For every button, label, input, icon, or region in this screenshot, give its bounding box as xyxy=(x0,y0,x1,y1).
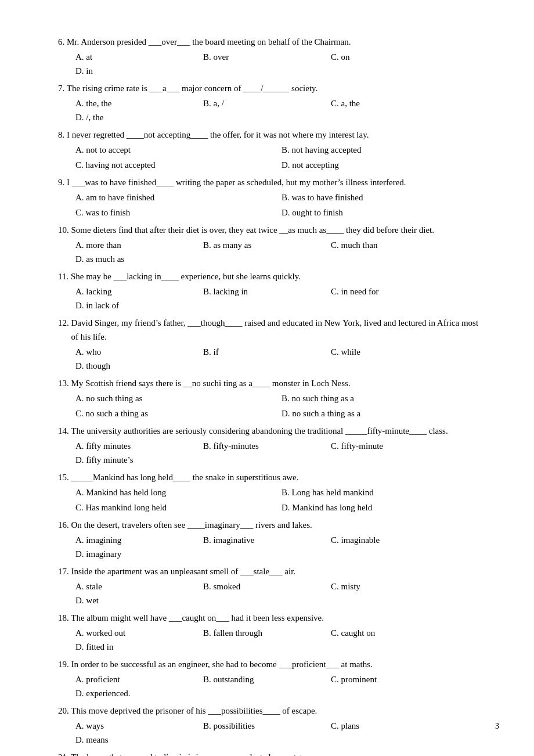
option-item: D. experienced. xyxy=(75,686,203,700)
options-row: A. imaginingB. imaginativeC. imaginableD… xyxy=(58,533,488,561)
option-item: B. over xyxy=(203,50,331,64)
question-block: 16. On the desert, travelers often see _… xyxy=(58,518,488,561)
question-text: 9. I ___was to have finished____ writing… xyxy=(58,175,488,189)
option-item: B. lacking in xyxy=(203,285,331,298)
option-item: B. as many as xyxy=(203,238,331,252)
option-item: B. a, / xyxy=(203,96,331,110)
page-number: 3 xyxy=(495,720,499,733)
question-text: 17. Inside the apartment was an unpleasa… xyxy=(58,564,488,578)
option-item: C. in need for xyxy=(331,285,459,298)
question-text: 15. _____Mankind has long held____ the s… xyxy=(58,470,488,484)
option-item: A. fifty minutes xyxy=(75,439,203,453)
option-item: B. outstanding xyxy=(203,672,331,686)
option-item: C. having not accepted xyxy=(75,158,282,172)
option-item: A. am to have finished xyxy=(75,190,282,204)
options-row: C. Has mankind long heldD. Mankind has l… xyxy=(58,501,488,514)
option-item: A. ways xyxy=(75,719,203,733)
option-item: B. imaginative xyxy=(203,533,331,547)
option-item: A. stale xyxy=(75,579,203,593)
option-item: C. plans xyxy=(331,719,459,733)
options-row: A. am to have finishedB. was to have fin… xyxy=(58,190,488,204)
option-item: C. prominent xyxy=(331,672,459,686)
question-text: 8. I never regretted ____not accepting__… xyxy=(58,128,488,142)
option-item: C. a, the xyxy=(331,96,459,110)
question-block: 18. The album might well have ___caught … xyxy=(58,611,488,654)
options-row: A. fifty minutesB. fifty-minutesC. fifty… xyxy=(58,439,488,467)
option-item: C. no such a thing as xyxy=(75,406,282,420)
option-item: C. fifty-minute xyxy=(331,439,459,453)
question-block: 17. Inside the apartment was an unpleasa… xyxy=(58,564,488,607)
question-block: 15. _____Mankind has long held____ the s… xyxy=(58,470,488,514)
question-block: 11. She may be ___lacking in____ experie… xyxy=(58,269,488,312)
question-text: 16. On the desert, travelers often see _… xyxy=(58,518,488,532)
option-item: D. /, the xyxy=(75,110,203,124)
options-row: A. atB. overC. onD. in xyxy=(58,50,488,78)
option-item: D. Mankind has long held xyxy=(282,501,488,514)
options-row: A. not to acceptB. not having accepted xyxy=(58,143,488,157)
option-item: B. fallen through xyxy=(203,626,331,640)
options-row: A. Mankind has held longB. Long has held… xyxy=(58,485,488,499)
question-text: 12. David Singer, my friend’s father, __… xyxy=(58,316,488,344)
option-item: D. in xyxy=(75,64,203,78)
option-item: D. though xyxy=(75,359,203,373)
question-block: 14. The university authorities are serio… xyxy=(58,424,488,467)
question-text: 13. My Scottish friend says there is __n… xyxy=(58,376,488,390)
option-item: C. while xyxy=(331,345,459,359)
question-text: 21. The house that we used to live in is… xyxy=(58,750,488,756)
option-item: A. lacking xyxy=(75,285,203,298)
options-row: C. having not acceptedD. not accepting xyxy=(58,158,488,172)
option-item: B. smoked xyxy=(203,579,331,593)
option-item: C. much than xyxy=(331,238,459,252)
option-item: B. Long has held mankind xyxy=(282,485,488,499)
option-item: B. not having accepted xyxy=(282,143,488,157)
options-row: C. no such a thing asD. no such a thing … xyxy=(58,406,488,420)
options-row: C. was to finishD. ought to finish xyxy=(58,206,488,219)
question-block: 7. The rising crime rate is ___a___ majo… xyxy=(58,81,488,124)
option-item: D. not accepting xyxy=(282,158,488,172)
question-block: 13. My Scottish friend says there is __n… xyxy=(58,376,488,420)
options-row: A. staleB. smokedC. mistyD. wet xyxy=(58,579,488,607)
question-block: 10. Some dieters find that after their d… xyxy=(58,223,488,266)
option-item: D. fifty minute’s xyxy=(75,453,203,467)
option-item: B. was to have finished xyxy=(282,190,488,204)
option-item: C. on xyxy=(331,50,459,64)
option-item: A. worked out xyxy=(75,626,203,640)
option-item: C. was to finish xyxy=(75,206,282,219)
question-block: 19. In order to be successful as an engi… xyxy=(58,657,488,700)
question-block: 6. Mr. Anderson presided ___over___ the … xyxy=(58,35,488,78)
question-text: 7. The rising crime rate is ___a___ majo… xyxy=(58,81,488,95)
options-row: A. worked outB. fallen throughC. caught … xyxy=(58,626,488,654)
option-item: A. more than xyxy=(75,238,203,252)
question-block: 20. This move deprived the prisoner of h… xyxy=(58,704,488,747)
question-text: 14. The university authorities are serio… xyxy=(58,424,488,438)
question-text: 20. This move deprived the prisoner of h… xyxy=(58,704,488,718)
option-item: D. imaginary xyxy=(75,547,203,561)
question-text: 6. Mr. Anderson presided ___over___ the … xyxy=(58,35,488,49)
option-item: C. caught on xyxy=(331,626,459,640)
option-item: B. fifty-minutes xyxy=(203,439,331,453)
options-row: A. whoB. ifC. whileD. though xyxy=(58,345,488,373)
option-item: A. not to accept xyxy=(75,143,282,157)
option-item: B. possibilities xyxy=(203,719,331,733)
question-text: 18. The album might well have ___caught … xyxy=(58,611,488,625)
options-row: A. waysB. possibilitiesC. plansD. means xyxy=(58,719,488,747)
options-row: A. the, theB. a, /C. a, theD. /, the xyxy=(58,96,488,124)
option-item: D. in lack of xyxy=(75,298,203,312)
option-item: C. imaginable xyxy=(331,533,459,547)
options-row: A. lackingB. lacking inC. in need forD. … xyxy=(58,285,488,312)
question-text: 19. In order to be successful as an engi… xyxy=(58,657,488,671)
question-block: 12. David Singer, my friend’s father, __… xyxy=(58,316,488,373)
option-item: B. if xyxy=(203,345,331,359)
option-item: A. Mankind has held long xyxy=(75,485,282,499)
option-item: C. misty xyxy=(331,579,459,593)
question-block: 9. I ___was to have finished____ writing… xyxy=(58,175,488,219)
options-row: A. proficientB. outstandingC. prominentD… xyxy=(58,672,488,700)
option-item: A. who xyxy=(75,345,203,359)
question-block: 8. I never regretted ____not accepting__… xyxy=(58,128,488,172)
option-item: A. at xyxy=(75,50,203,64)
option-item: A. no such thing as xyxy=(75,391,282,405)
option-item: D. wet xyxy=(75,593,203,607)
option-item: C. Has mankind long held xyxy=(75,501,282,514)
option-item: B. no such thing as a xyxy=(282,391,488,405)
options-row: A. more thanB. as many asC. much thanD. … xyxy=(58,238,488,266)
